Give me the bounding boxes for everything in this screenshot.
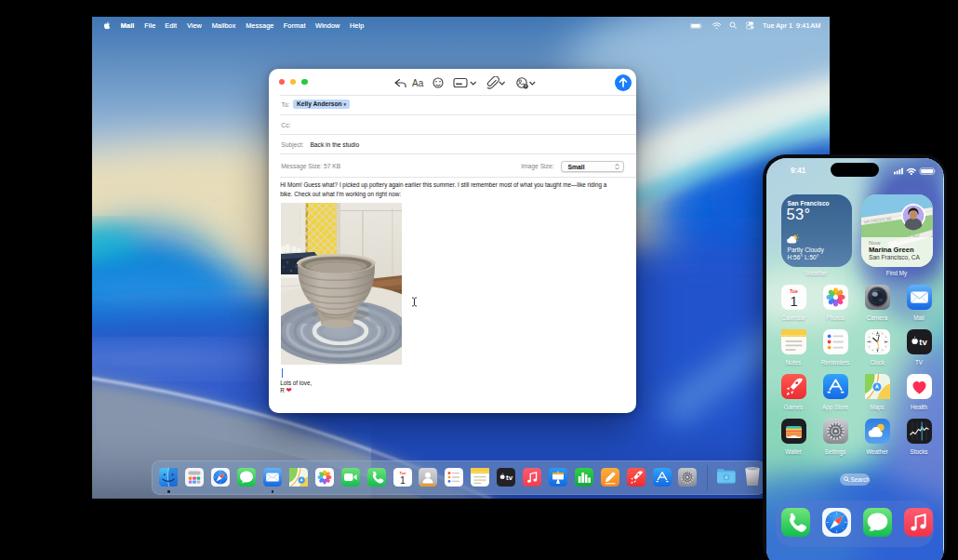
svg-text:tv: tv	[506, 473, 513, 481]
svg-text:3: 3	[884, 340, 885, 344]
svg-text:1: 1	[400, 473, 406, 485]
svg-text:6: 6	[876, 348, 878, 352]
svg-text:tv: tv	[919, 337, 927, 347]
svg-text:1: 1	[790, 294, 797, 309]
svg-text:9: 9	[869, 340, 871, 344]
svg-text:Aa: Aa	[412, 77, 424, 87]
